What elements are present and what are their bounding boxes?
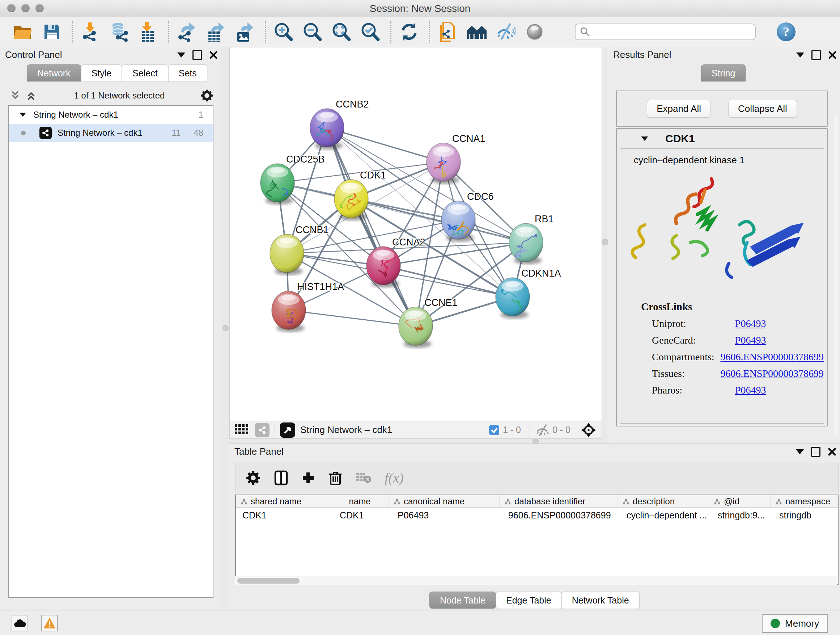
network-node-CDC25B[interactable]: CDC25B: [261, 154, 325, 204]
network-node-CDC6[interactable]: CDC6: [441, 191, 494, 242]
tab-edge-table[interactable]: Edge Table: [496, 592, 562, 608]
help-button[interactable]: ?: [776, 22, 796, 42]
network-share-icon[interactable]: [255, 423, 270, 437]
open-session-button[interactable]: [12, 21, 33, 42]
table-cell[interactable]: stringdb: [771, 510, 838, 521]
close-panel-button[interactable]: [828, 448, 836, 456]
column-header-namespace[interactable]: namespace: [771, 495, 838, 508]
network-edge-CCNB2-CCNE1[interactable]: [327, 128, 416, 326]
column-header-id[interactable]: @id: [709, 495, 771, 508]
tab-node-table[interactable]: Node Table: [429, 592, 496, 608]
column-header-database-identifier[interactable]: database identifier: [500, 495, 618, 508]
table-cell[interactable]: cyclin–dependent ...: [618, 510, 709, 521]
column-header-shared-name[interactable]: shared name: [236, 495, 331, 508]
table-cell[interactable]: stringdb:9...: [709, 510, 771, 521]
network-node-CCNA1[interactable]: CCNA1: [426, 133, 485, 184]
crosslink-link[interactable]: P06493: [735, 318, 766, 329]
right-splitter-handle[interactable]: [602, 239, 608, 245]
crosslink-link[interactable]: 9606.ENSP00000378699: [721, 368, 824, 379]
cloud-status-button[interactable]: [11, 615, 28, 631]
warnings-button[interactable]: [41, 615, 58, 631]
table-row[interactable]: CDK1CDK1P064939606.ENSP00000378699cyclin…: [236, 508, 838, 522]
expand-all-button[interactable]: Expand All: [647, 100, 711, 118]
table-settings-gear-icon[interactable]: [246, 470, 261, 486]
maximize-panel-button[interactable]: [193, 50, 202, 60]
table-cell[interactable]: 9606.ENSP00000378699: [500, 510, 618, 521]
add-column-icon[interactable]: [302, 471, 315, 485]
zoom-out-button[interactable]: [302, 21, 323, 42]
function-builder-icon[interactable]: f(x): [385, 470, 404, 486]
table-cell[interactable]: CDK1: [331, 510, 389, 521]
collapse-all-networks-icon[interactable]: [10, 90, 22, 101]
zoom-fit-button[interactable]: [331, 21, 352, 42]
right-splitter[interactable]: [602, 47, 608, 443]
left-splitter[interactable]: [221, 47, 229, 610]
column-header-name[interactable]: name: [331, 495, 389, 508]
protein-section-header[interactable]: CDK1: [617, 129, 827, 149]
tab-string[interactable]: String: [701, 65, 745, 81]
string-import-button[interactable]: [437, 21, 458, 42]
crosslink-link[interactable]: 9606.ENSP00000378699: [721, 351, 824, 363]
clear-table-icon[interactable]: [355, 472, 371, 484]
export-network-button[interactable]: [177, 21, 197, 42]
scrollbar-thumb[interactable]: [237, 578, 300, 584]
expand-all-networks-icon[interactable]: [26, 90, 38, 101]
tab-sets[interactable]: Sets: [168, 65, 207, 81]
network-collection-row[interactable]: String Network – cdk1 1: [9, 106, 213, 124]
grid-view-icon[interactable]: [235, 424, 249, 436]
network-node-CCNB2[interactable]: CCNB2: [310, 99, 369, 149]
hide-labels-button[interactable]: [495, 21, 516, 42]
network-row-selected[interactable]: String Network – cdk1 11 48: [9, 124, 213, 142]
memory-button[interactable]: Memory: [762, 614, 828, 633]
hidden-eye-slash-icon[interactable]: [535, 424, 549, 436]
collapse-all-button[interactable]: Collapse All: [728, 100, 797, 118]
crosslink-link[interactable]: P06493: [735, 334, 766, 346]
network-node-HIST1H1A[interactable]: HIST1H1A: [272, 281, 344, 332]
network-edge-HIST1H1A-CCNE1[interactable]: [289, 310, 416, 326]
fit-content-target-button[interactable]: [581, 422, 597, 438]
left-splitter-handle[interactable]: [223, 325, 229, 331]
import-network-database-button[interactable]: [109, 21, 130, 42]
tab-select[interactable]: Select: [122, 65, 168, 81]
delete-column-trash-icon[interactable]: [328, 470, 343, 486]
close-panel-button[interactable]: [209, 51, 218, 59]
table-cell[interactable]: P06493: [389, 510, 500, 521]
import-table-button[interactable]: [138, 21, 159, 42]
maximize-panel-button[interactable]: [811, 447, 821, 457]
selected-checkbox-icon[interactable]: [488, 424, 500, 436]
section-collapse-icon[interactable]: [641, 136, 648, 141]
crosslink-link[interactable]: P06493: [735, 385, 766, 396]
glass-ball-button[interactable]: [524, 21, 545, 42]
column-header-canonical-name[interactable]: canonical name: [389, 495, 500, 508]
tab-style[interactable]: Style: [81, 65, 122, 81]
export-table-button[interactable]: [205, 21, 226, 42]
collection-expand-icon[interactable]: [19, 112, 26, 117]
float-panel-button[interactable]: [796, 449, 804, 454]
zoom-in-button[interactable]: [273, 21, 294, 42]
close-panel-button[interactable]: [828, 51, 837, 59]
network-node-CDKN1A[interactable]: CDKN1A: [496, 268, 561, 318]
zoom-selected-button[interactable]: [360, 21, 381, 42]
save-session-button[interactable]: [41, 21, 62, 42]
float-panel-button[interactable]: [796, 52, 804, 57]
search-input[interactable]: [590, 27, 744, 37]
export-image-button[interactable]: [234, 21, 256, 42]
tab-network-table[interactable]: Network Table: [561, 592, 639, 608]
maximize-panel-button[interactable]: [812, 50, 821, 60]
table-horizontal-scrollbar[interactable]: [235, 576, 837, 585]
import-network-file-button[interactable]: [80, 21, 101, 42]
network-node-RB1[interactable]: RB1: [509, 214, 554, 264]
network-node-CDK1[interactable]: CDK1: [334, 170, 386, 220]
network-canvas[interactable]: CCNB2CCNA1CDC25BCDK1CDC6RB1CCNB1CCNA2CDK…: [230, 48, 602, 421]
network-options-gear-icon[interactable]: [201, 89, 213, 102]
table-cell[interactable]: CDK1: [236, 510, 331, 521]
birds-eye-view-button[interactable]: [280, 423, 295, 438]
show-columns-icon[interactable]: [274, 470, 288, 486]
network-node-CCNE1[interactable]: CCNE1: [399, 297, 458, 348]
column-header-description[interactable]: description: [618, 495, 709, 508]
string-home-button[interactable]: [466, 21, 487, 42]
network-edge-CCNB2-CCNA1[interactable]: [327, 128, 444, 162]
tab-network[interactable]: Network: [27, 65, 81, 81]
network-node-CCNB1[interactable]: CCNB1: [270, 225, 329, 275]
results-panel-scrollbar[interactable]: [833, 116, 839, 435]
